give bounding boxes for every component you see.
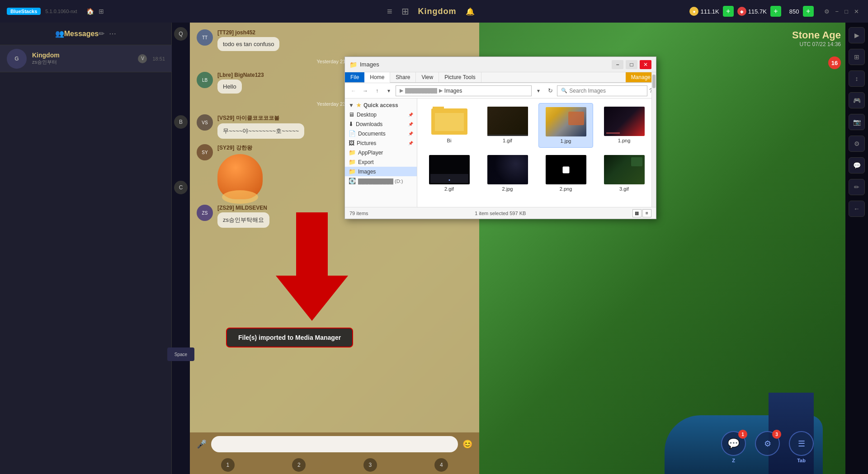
close-window-icon[interactable]: ✕: [854, 8, 859, 15]
bottom-num-4[interactable]: 4: [434, 458, 448, 472]
right-btn-7[interactable]: 💬: [849, 157, 865, 174]
bell-icon[interactable]: 🔔: [466, 7, 475, 16]
fe-file-thumb-3gif: [604, 155, 645, 184]
fe-file-item-2png[interactable]: 2.png: [538, 151, 593, 195]
notification-count[interactable]: 16: [828, 56, 841, 69]
fe-address-box[interactable]: ▶ ██████████ ▶ Images: [396, 85, 532, 96]
fe-file-item-folder[interactable]: Bi: [422, 103, 476, 148]
fe-tab-home[interactable]: Home: [364, 72, 390, 83]
fe-up-button[interactable]: ↑: [372, 86, 382, 96]
fe-tab-picture-tools[interactable]: Picture Tools: [439, 72, 481, 82]
bottom-num-2[interactable]: 2: [292, 458, 306, 472]
grid-icon[interactable]: ⊞: [99, 8, 104, 15]
settings-badge: 3: [772, 430, 781, 439]
fe-close-button[interactable]: ✕: [640, 60, 651, 69]
sidebar-icon-space[interactable]: Space: [167, 347, 194, 361]
msg-bubble: zs승인부탁해요: [217, 212, 269, 228]
sidebar-icon-b[interactable]: B: [174, 115, 188, 129]
bottom-num-1[interactable]: 1: [221, 458, 235, 472]
fe-file-item-2gif[interactable]: 2.gif: [422, 151, 476, 195]
fe-tree-documents[interactable]: 📄 Documents 📌: [345, 129, 417, 138]
right-btn-2[interactable]: ⊞: [849, 49, 865, 65]
fe-tab-share[interactable]: Share: [390, 72, 416, 82]
fe-scrollbar[interactable]: [651, 99, 656, 207]
game-notification: 16: [788, 54, 845, 71]
fe-grid-view-button[interactable]: ▦: [632, 209, 642, 217]
add-crystals-button[interactable]: +: [803, 6, 814, 17]
arrow-shaft: [296, 212, 328, 276]
fe-title-text: Images: [360, 61, 379, 68]
kingdom-tab[interactable]: G Kingdom zs승인부터 V 18:51: [0, 45, 172, 72]
fe-downloads-icon: ⬇: [349, 121, 354, 127]
settings-game-icon: ⚙: [764, 439, 771, 449]
header-list-icon[interactable]: ≡: [387, 6, 392, 17]
fe-file-name: 1.png: [618, 138, 631, 143]
fe-file-item-3gif[interactable]: 3.gif: [597, 151, 651, 195]
bottom-num-3[interactable]: 3: [363, 458, 377, 472]
sidebar-icon-c[interactable]: C: [174, 181, 188, 194]
add-gold-button[interactable]: +: [723, 6, 734, 17]
fe-tree-downloads[interactable]: ⬇ Downloads 📌: [345, 119, 417, 129]
game-btn-settings[interactable]: ⚙ 3: [755, 431, 780, 456]
fe-file-name: 2.gif: [444, 186, 454, 192]
fe-recent-button[interactable]: ▾: [384, 86, 394, 96]
right-btn-4[interactable]: 🎮: [849, 92, 865, 108]
right-btn-1[interactable]: ▶: [849, 27, 865, 43]
right-btn-3[interactable]: ↕: [849, 70, 865, 87]
fe-tab-view[interactable]: View: [416, 72, 439, 82]
msg-bubble: Hello: [217, 80, 242, 94]
fe-items-count: 79 items: [349, 211, 368, 216]
fe-maximize-button[interactable]: □: [626, 60, 637, 69]
fe-forward-button[interactable]: →: [360, 86, 370, 96]
header-layout-icon[interactable]: ⊞: [401, 6, 409, 17]
fe-tree-pictures[interactable]: 🖼 Pictures 📌: [345, 138, 417, 148]
stone-age-time: UTC 07/22 14:36: [792, 41, 841, 47]
game-btn-chat[interactable]: 💬 1 Z: [721, 431, 746, 456]
fe-tree-appplayer[interactable]: 📁 AppPlayer: [345, 148, 417, 157]
home-icon[interactable]: 🏠: [86, 8, 94, 15]
fe-tree-drive[interactable]: 💽 ██████████ (D:): [345, 176, 417, 186]
minimize-window-icon[interactable]: −: [835, 8, 839, 15]
verified-badge: V: [138, 54, 147, 63]
add-gems-button[interactable]: +: [770, 6, 781, 17]
top-bar-left: BlueStacks 5.1.0.1060-nxt 🏠 ⊞: [0, 8, 172, 15]
more-icon[interactable]: ⋯: [109, 29, 116, 38]
fe-file-thumb-1png: [604, 107, 645, 136]
fe-tree-images[interactable]: 📁 Images: [345, 167, 417, 176]
fe-tree-export[interactable]: 📁 Export: [345, 157, 417, 167]
fe-file-thumb-1jpg: [546, 107, 586, 136]
right-btn-8[interactable]: ✏: [849, 179, 865, 195]
fe-search-icon: 🔍: [561, 88, 567, 94]
right-btn-6[interactable]: ⚙: [849, 136, 865, 152]
right-btn-5[interactable]: 📷: [849, 114, 865, 130]
fe-quick-access-header[interactable]: ▼ ★ Quick access: [345, 101, 417, 110]
fe-minimize-button[interactable]: −: [612, 60, 623, 69]
fe-refresh-button[interactable]: ↻: [545, 86, 555, 96]
fe-file-item-2jpg[interactable]: 2.jpg: [480, 151, 535, 195]
mic-button[interactable]: 🎤: [197, 439, 207, 449]
right-btn-9[interactable]: ←: [849, 201, 865, 217]
fe-tab-file[interactable]: File: [345, 72, 364, 82]
fe-file-item-1jpg[interactable]: 1.jpg: [538, 103, 593, 148]
sidebar-icon-q[interactable]: Q: [174, 27, 188, 41]
fe-file-item-1gif[interactable]: 1.gif: [480, 103, 535, 148]
bluestacks-logo: BlueStacks: [7, 8, 41, 15]
emoji-button[interactable]: 😊: [462, 439, 472, 449]
kingdom-avatar: G: [7, 49, 27, 69]
fe-search-input[interactable]: [569, 88, 643, 94]
compose-icon[interactable]: ✏: [99, 29, 104, 38]
fe-titlebar-left: 📁 Images: [349, 61, 379, 68]
people-icon[interactable]: 👥: [55, 29, 64, 38]
fe-dropdown-button[interactable]: ▾: [533, 86, 543, 96]
fe-tree-desktop[interactable]: 🖥 Desktop 📌: [345, 110, 417, 119]
fe-back-button[interactable]: ←: [349, 86, 359, 96]
settings-icon[interactable]: ⚙: [824, 8, 830, 15]
fe-file-item-1png[interactable]: 1.png: [597, 103, 651, 148]
fe-ribbon-tabs: File Home Share View Picture Tools Manag…: [345, 72, 656, 83]
fe-list-view-button[interactable]: ≡: [642, 209, 651, 217]
fe-file-thumb-2png: [546, 155, 586, 184]
game-btn-list[interactable]: ☰ Tab: [789, 431, 814, 456]
msg-avatar: ZS: [197, 205, 213, 221]
chat-text-input[interactable]: [211, 436, 458, 452]
maximize-window-icon[interactable]: □: [844, 8, 848, 15]
